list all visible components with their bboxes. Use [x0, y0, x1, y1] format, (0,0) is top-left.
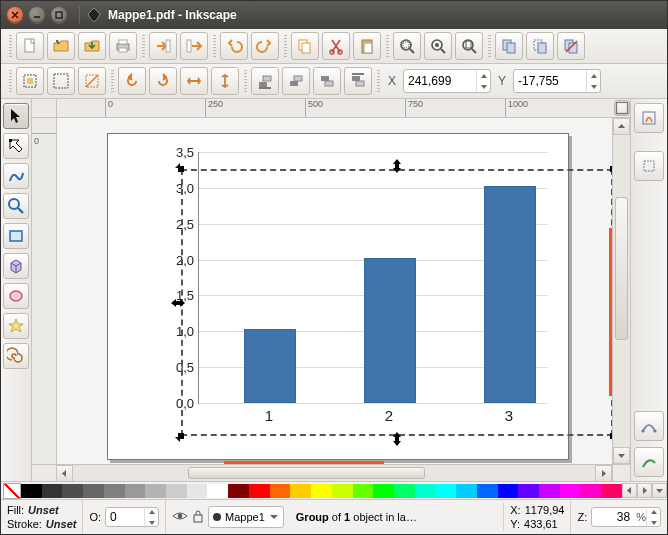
snap-nodes-button[interactable]	[634, 411, 664, 441]
selector-tool[interactable]	[3, 103, 29, 129]
select-all-layers-button[interactable]	[16, 67, 44, 95]
window-minimize-button[interactable]	[29, 7, 45, 23]
import-button[interactable]	[149, 32, 177, 60]
selection-handle-n[interactable]	[390, 159, 404, 173]
horizontal-scroll-thumb[interactable]	[188, 467, 425, 479]
zoom-tool[interactable]	[3, 193, 29, 219]
zoom-input[interactable]	[592, 510, 634, 524]
x-coord-field[interactable]	[403, 69, 491, 93]
fill-stroke-indicator[interactable]: Fill:Unset Stroke:Unset	[1, 502, 82, 532]
palette-swatch[interactable]	[373, 484, 394, 498]
palette-swatch[interactable]	[62, 484, 83, 498]
palette-swatch[interactable]	[332, 484, 353, 498]
palette-swatch[interactable]	[228, 484, 249, 498]
scroll-up-button[interactable]	[613, 118, 630, 135]
opacity-spin-up[interactable]	[145, 506, 158, 517]
palette-swatch[interactable]	[394, 484, 415, 498]
palette-swatch[interactable]	[518, 484, 539, 498]
horizontal-scrollbar[interactable]	[56, 464, 612, 481]
selection-handle-se[interactable]	[606, 429, 612, 443]
zoom-page-button[interactable]	[455, 32, 483, 60]
palette-swatch[interactable]	[21, 484, 42, 498]
canvas[interactable]: 0,00,51,01,52,02,53,03,5123	[57, 118, 612, 464]
redo-button[interactable]	[251, 32, 279, 60]
clone-button[interactable]	[526, 32, 554, 60]
lower-to-bottom-button[interactable]	[251, 67, 279, 95]
selection-handle-ne[interactable]	[606, 162, 612, 176]
horizontal-ruler[interactable]: 0 250 500 750 1000	[57, 99, 613, 118]
zoom-spin-down[interactable]	[647, 517, 660, 528]
palette-menu-button[interactable]	[652, 483, 667, 498]
palette-swatch[interactable]	[83, 484, 104, 498]
vertical-scrollbar[interactable]	[612, 118, 630, 464]
snap-paths-button[interactable]	[634, 447, 664, 477]
y-spin-up[interactable]	[587, 70, 600, 81]
snap-enable-button[interactable]	[634, 103, 664, 133]
palette-swatch[interactable]	[560, 484, 581, 498]
ruler-corner[interactable]	[32, 99, 57, 118]
selection-handle-nw[interactable]	[174, 162, 188, 176]
spiral-tool[interactable]	[3, 343, 29, 369]
open-document-button[interactable]	[47, 32, 75, 60]
y-spin-down[interactable]	[587, 81, 600, 92]
rectangle-tool[interactable]	[3, 223, 29, 249]
scroll-down-button[interactable]	[613, 447, 630, 464]
cut-button[interactable]	[322, 32, 350, 60]
x-spin-down[interactable]	[477, 81, 490, 92]
export-button[interactable]	[180, 32, 208, 60]
new-document-button[interactable]	[16, 32, 44, 60]
zoom-field[interactable]: %	[591, 507, 661, 527]
flip-vertical-button[interactable]	[211, 67, 239, 95]
copy-button[interactable]	[291, 32, 319, 60]
window-close-button[interactable]	[7, 7, 23, 23]
palette-swatch[interactable]	[601, 484, 622, 498]
palette-swatch[interactable]	[104, 484, 125, 498]
save-document-button[interactable]	[78, 32, 106, 60]
scroll-right-button[interactable]	[595, 465, 612, 482]
print-button[interactable]	[109, 32, 137, 60]
selection-bounding-box[interactable]	[181, 169, 612, 436]
palette-swatch[interactable]	[311, 484, 332, 498]
palette-swatch[interactable]	[187, 484, 208, 498]
zoom-selection-button[interactable]	[393, 32, 421, 60]
scroll-left-button[interactable]	[56, 465, 73, 482]
palette-swatch[interactable]	[498, 484, 519, 498]
palette-swatch[interactable]	[125, 484, 146, 498]
palette-swatch[interactable]	[539, 484, 560, 498]
rotate-ccw-button[interactable]	[118, 67, 146, 95]
star-tool[interactable]	[3, 313, 29, 339]
palette-swatch[interactable]	[456, 484, 477, 498]
x-spin-up[interactable]	[477, 70, 490, 81]
paste-button[interactable]	[353, 32, 381, 60]
window-maximize-button[interactable]	[51, 7, 67, 23]
layer-visibility-icon[interactable]	[172, 510, 188, 524]
selection-handle-s[interactable]	[390, 432, 404, 446]
palette-swatch[interactable]	[435, 484, 456, 498]
toggle-commands-bar-button[interactable]	[614, 100, 630, 116]
palette-swatch[interactable]	[415, 484, 436, 498]
palette-swatch[interactable]	[580, 484, 601, 498]
rotate-cw-button[interactable]	[149, 67, 177, 95]
selection-handle-sw[interactable]	[174, 429, 188, 443]
layer-selector[interactable]: Mappe1	[208, 506, 284, 528]
palette-swatch[interactable]	[249, 484, 270, 498]
opacity-spin-down[interactable]	[145, 517, 158, 528]
zoom-spin-up[interactable]	[647, 506, 660, 517]
raise-button[interactable]	[313, 67, 341, 95]
y-coord-field[interactable]	[513, 69, 601, 93]
palette-swatch[interactable]	[290, 484, 311, 498]
palette-swatch[interactable]	[270, 484, 291, 498]
vertical-scroll-thumb[interactable]	[615, 197, 628, 339]
palette-swatch[interactable]	[207, 484, 228, 498]
duplicate-button[interactable]	[495, 32, 523, 60]
snap-bbox-button[interactable]	[634, 151, 664, 181]
palette-swatch[interactable]	[145, 484, 166, 498]
undo-button[interactable]	[220, 32, 248, 60]
palette-swatch[interactable]	[477, 484, 498, 498]
zoom-drawing-button[interactable]	[424, 32, 452, 60]
palette-none-swatch[interactable]	[3, 483, 21, 499]
lower-button[interactable]	[282, 67, 310, 95]
ellipse-tool[interactable]	[3, 283, 29, 309]
flip-horizontal-button[interactable]	[180, 67, 208, 95]
3dbox-tool[interactable]	[3, 253, 29, 279]
